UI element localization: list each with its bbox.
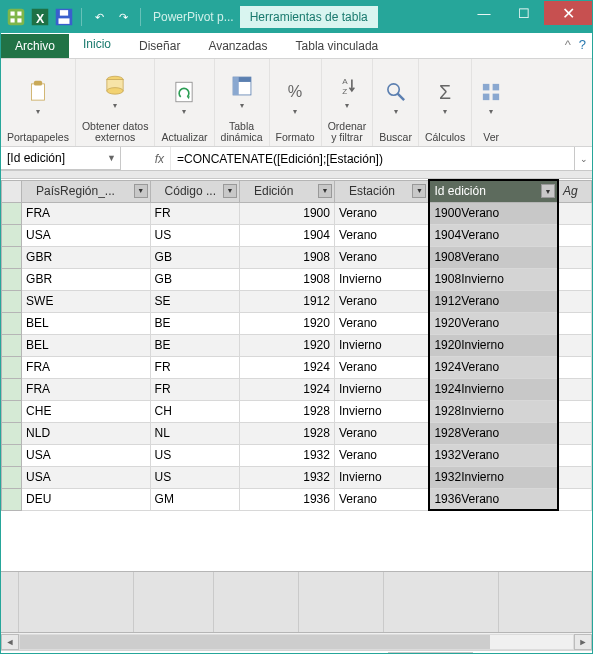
cell-empty[interactable] [558,246,592,268]
group-portapapeles[interactable]: ▾ Portapapeles [1,59,76,146]
cell-codigo[interactable]: GB [150,268,239,290]
cell-estacion[interactable]: Invierno [334,466,429,488]
name-box-dropdown-icon[interactable]: ▼ [107,153,116,163]
cell-pais[interactable]: BEL [22,334,151,356]
filter-icon[interactable]: ▼ [223,184,237,198]
column-header-id-edicion[interactable]: Id edición▼ [429,180,558,202]
cell-estacion[interactable]: Verano [334,444,429,466]
cell-estacion[interactable]: Verano [334,224,429,246]
cell-pais[interactable]: DEU [22,488,151,510]
table-row[interactable]: USAUS1932Verano1932Verano [2,444,592,466]
cell-pais[interactable]: GBR [22,268,151,290]
cell-codigo[interactable]: GM [150,488,239,510]
cell-edicion[interactable]: 1920 [240,312,335,334]
scroll-left-icon[interactable]: ◄ [1,634,19,650]
table-row[interactable]: FRAFR1924Invierno1924Invierno [2,378,592,400]
redo-icon[interactable]: ↷ [112,6,134,28]
cell-empty[interactable] [558,444,592,466]
cell-edicion[interactable]: 1932 [240,444,335,466]
cell-codigo[interactable]: GB [150,246,239,268]
row-header[interactable] [2,378,22,400]
table-row[interactable]: USAUS1904Verano1904Verano [2,224,592,246]
table-row[interactable]: USAUS1932Invierno1932Invierno [2,466,592,488]
maximize-button[interactable]: ☐ [504,1,544,25]
cell-edicion[interactable]: 1928 [240,422,335,444]
column-header-codigo[interactable]: Código ...▼ [150,180,239,202]
expand-formula-icon[interactable]: ⌄ [574,147,592,170]
row-header[interactable] [2,246,22,268]
measure-grid[interactable] [1,571,592,633]
cell-empty[interactable] [558,290,592,312]
column-header-edicion[interactable]: Edición▼ [240,180,335,202]
cell-id-edicion[interactable]: 1928Verano [429,422,558,444]
cell-id-edicion[interactable]: 1900Verano [429,202,558,224]
cell-empty[interactable] [558,202,592,224]
name-box[interactable]: [Id edición] ▼ [1,147,121,170]
table-row[interactable]: CHECH1928Invierno1928Invierno [2,400,592,422]
cell-empty[interactable] [558,466,592,488]
close-button[interactable]: ✕ [544,1,592,25]
table-row[interactable]: FRAFR1924Verano1924Verano [2,356,592,378]
row-header[interactable] [2,488,22,510]
cell-pais[interactable]: GBR [22,246,151,268]
cell-pais[interactable]: USA [22,224,151,246]
cell-estacion[interactable]: Invierno [334,268,429,290]
cell-codigo[interactable]: FR [150,202,239,224]
filter-icon[interactable]: ▼ [541,184,555,198]
cell-id-edicion[interactable]: 1920Invierno [429,334,558,356]
table-row[interactable]: BELBE1920Verano1920Verano [2,312,592,334]
tab-disenar[interactable]: Diseñar [125,34,194,58]
cell-pais[interactable]: FRA [22,378,151,400]
cell-empty[interactable] [558,312,592,334]
cell-codigo[interactable]: FR [150,378,239,400]
save-icon[interactable] [53,6,75,28]
tab-avanzadas[interactable]: Avanzadas [194,34,281,58]
cell-estacion[interactable]: Verano [334,312,429,334]
formula-input[interactable]: =CONCATENATE([Edición];[Estación]) [171,147,574,170]
cell-codigo[interactable]: US [150,444,239,466]
cell-id-edicion[interactable]: 1908Verano [429,246,558,268]
cell-pais[interactable]: FRA [22,202,151,224]
group-formato[interactable]: %▾ Formato [270,59,322,146]
group-calculos[interactable]: Σ▾ Cálculos [419,59,472,146]
filter-icon[interactable]: ▼ [412,184,426,198]
cell-estacion[interactable]: Verano [334,290,429,312]
horizontal-scrollbar[interactable]: ◄ ► [1,633,592,651]
table-row[interactable]: SWESE1912Verano1912Verano [2,290,592,312]
cell-empty[interactable] [558,224,592,246]
table-row[interactable]: NLDNL1928Verano1928Verano [2,422,592,444]
cell-estacion[interactable]: Invierno [334,400,429,422]
cell-id-edicion[interactable]: 1936Verano [429,488,558,510]
cell-edicion[interactable]: 1920 [240,334,335,356]
cell-codigo[interactable]: US [150,224,239,246]
cell-estacion[interactable]: Verano [334,246,429,268]
filter-icon[interactable]: ▼ [318,184,332,198]
group-ordenar-filtrar[interactable]: AZ▾ Ordenar y filtrar [322,59,374,146]
fx-label[interactable]: fx [121,147,171,170]
row-header[interactable] [2,444,22,466]
cell-id-edicion[interactable]: 1932Invierno [429,466,558,488]
row-header[interactable] [2,334,22,356]
cell-pais[interactable]: CHE [22,400,151,422]
data-grid[interactable]: PaísRegión_...▼ Código ...▼ Edición▼ Est… [1,179,592,571]
minimize-button[interactable]: — [464,1,504,25]
cell-empty[interactable] [558,334,592,356]
row-header[interactable] [2,268,22,290]
cell-id-edicion[interactable]: 1924Verano [429,356,558,378]
cell-pais[interactable]: FRA [22,356,151,378]
row-header[interactable] [2,202,22,224]
group-actualizar[interactable]: ▾ Actualizar [155,59,214,146]
scroll-track[interactable] [19,634,574,650]
cell-edicion[interactable]: 1924 [240,356,335,378]
scroll-right-icon[interactable]: ► [574,634,592,650]
cell-pais[interactable]: BEL [22,312,151,334]
table-row[interactable]: FRAFR1900Verano1900Verano [2,202,592,224]
cell-estacion[interactable]: Invierno [334,378,429,400]
row-header[interactable] [2,290,22,312]
cell-empty[interactable] [558,488,592,510]
cell-codigo[interactable]: BE [150,334,239,356]
group-obtener-datos[interactable]: ▾ Obtener datos externos [76,59,156,146]
table-row[interactable]: GBRGB1908Invierno1908Invierno [2,268,592,290]
select-all-cell[interactable] [2,180,22,202]
cell-codigo[interactable]: US [150,466,239,488]
